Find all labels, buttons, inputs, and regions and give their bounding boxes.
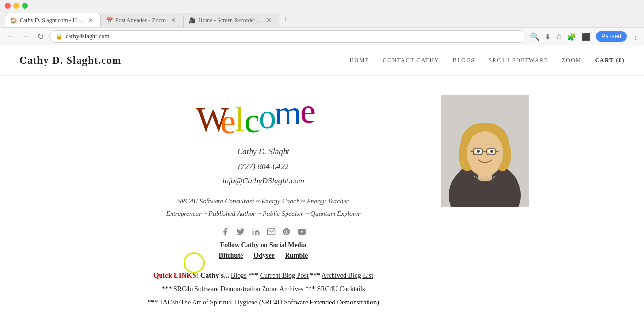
- nav-home[interactable]: HOME: [349, 57, 369, 64]
- name-text: Cathy D. Slaght: [222, 145, 304, 159]
- current-blog-link[interactable]: Current Blog Post: [260, 272, 309, 279]
- svg-point-20: [477, 150, 480, 153]
- download-icon[interactable]: ⬇: [544, 32, 551, 41]
- social-label: Follow Cathy on Social Media: [220, 241, 307, 249]
- lock-icon: 🔒: [56, 33, 63, 40]
- bitchute-link[interactable]: Bitchute: [219, 252, 243, 259]
- extended-demo: (SRC4U Software Extended Demonstration): [259, 299, 379, 306]
- menu-icon[interactable]: ⋮: [632, 32, 639, 41]
- tab-cathy-home[interactable]: 🏠 Cathy D. Slaght.com - Home ✕: [5, 13, 101, 27]
- rumble-link[interactable]: Rumble: [285, 252, 308, 259]
- tab-title-2: Post Attendee - Zoom: [115, 17, 166, 24]
- address-bar[interactable]: 🔒 cathydslaght.com: [49, 30, 526, 43]
- welcome-image: .wtext { font-family: 'Brush Script MT',…: [194, 90, 333, 145]
- social-icons: [221, 227, 306, 238]
- tab-recorder[interactable]: 🎥 Home - Screen Recorder & Vi... ✕: [184, 13, 279, 27]
- svg-text:c: c: [244, 101, 260, 140]
- window-controls: [5, 3, 28, 9]
- address-bar-row: ← → ↻ 🔒 cathydslaght.com 🔍 ⬇ ☆ 🧩 ⬛ Pause…: [0, 27, 644, 45]
- linkedin-icon[interactable]: [252, 227, 260, 238]
- new-tab-button[interactable]: +: [279, 11, 292, 27]
- quick-links-line1: Quick LINKS: Cathy's... Blogs *** Curren…: [148, 268, 379, 282]
- profile-button[interactable]: Paused: [596, 31, 627, 42]
- tab-title-1: Cathy D. Slaght.com - Home: [20, 17, 83, 24]
- pinterest-icon[interactable]: [282, 227, 291, 238]
- nav-cart[interactable]: CART (0): [595, 57, 625, 64]
- tagline: SRC4U Software Consultant ~ Energy Coach…: [166, 195, 360, 221]
- main-content: .wtext { font-family: 'Brush Script MT',…: [0, 76, 644, 315]
- facebook-icon[interactable]: [221, 227, 230, 238]
- tagline1: SRC4U Software Consultant ~ Energy Coach…: [166, 195, 360, 208]
- sep-cocktails: ***: [305, 285, 317, 292]
- blogs-link[interactable]: Blogs: [231, 272, 247, 279]
- phone-text: (727) 804-0422: [222, 159, 304, 174]
- email-icon[interactable]: [267, 227, 276, 238]
- profile-icon[interactable]: ⬛: [581, 32, 591, 41]
- center-section: .wtext { font-family: 'Brush Script MT',…: [115, 90, 412, 309]
- tab-favicon-3: 🎥: [189, 17, 196, 24]
- forward-button[interactable]: →: [20, 31, 32, 42]
- taosh-link[interactable]: TAOsh/The Art of Spiritual Hygiene: [159, 299, 257, 306]
- svg-text:e: e: [300, 92, 316, 130]
- site-logo[interactable]: Cathy D. Slaght.com: [19, 54, 121, 67]
- tab-favicon-2: 📅: [106, 17, 113, 24]
- quick-label: Quick LINKS:: [153, 271, 199, 279]
- bookmark-icon[interactable]: ☆: [555, 32, 562, 41]
- tab-close-1[interactable]: ✕: [88, 16, 93, 24]
- svg-text:m: m: [275, 94, 301, 132]
- search-icon[interactable]: 🔍: [530, 32, 540, 41]
- website: Cathy D. Slaght.com HOME CONTACT CATHY B…: [0, 45, 644, 315]
- tab-close-2[interactable]: ✕: [171, 16, 176, 24]
- profile-photo: [441, 95, 529, 207]
- refresh-button[interactable]: ↻: [35, 31, 46, 42]
- extensions-icon[interactable]: 🧩: [567, 32, 576, 41]
- nav-blogs[interactable]: BLOGS: [453, 57, 475, 64]
- cocktails-link[interactable]: SRC4U Cocktails: [317, 285, 365, 292]
- tab-title-3: Home - Screen Recorder & Vi...: [198, 17, 262, 24]
- quick-links-line2: *** SRC4u Software Demonstration Zoom Ar…: [148, 282, 379, 296]
- svg-point-21: [490, 150, 493, 153]
- maximize-button[interactable]: [22, 3, 28, 9]
- zoom-archives-link[interactable]: SRC4u Software Demonstration Zoom Archiv…: [173, 285, 303, 292]
- svg-point-17: [467, 131, 503, 175]
- quick-cathy: Cathy's...: [200, 271, 229, 279]
- twitter-icon[interactable]: [236, 227, 245, 238]
- nav-zoom[interactable]: ZOOM: [562, 57, 581, 64]
- video-links: Bitchute – Odysee – Rumble: [219, 252, 308, 259]
- archived-blog-link[interactable]: Archived Blog List: [322, 272, 373, 279]
- minimize-button[interactable]: [13, 3, 19, 9]
- sep-taosh: ***: [148, 299, 159, 306]
- profile-photo-container: [441, 90, 529, 309]
- address-text: cathydslaght.com: [66, 33, 109, 40]
- sep2: –: [278, 252, 283, 259]
- browser-icons: 🔍 ⬇ ☆ 🧩 ⬛ Paused ⋮: [530, 31, 639, 42]
- contact-info: Cathy D. Slaght (727) 804-0422 info@Cath…: [222, 145, 304, 189]
- svg-text:e: e: [220, 102, 236, 141]
- quick-links: Quick LINKS: Cathy's... Blogs *** Curren…: [143, 268, 384, 309]
- sep1: –: [247, 252, 252, 259]
- tab-favicon-1: 🏠: [10, 17, 17, 24]
- nav-software[interactable]: SRC4U SOFTWARE: [489, 57, 549, 64]
- tagline2: Entrepreneur ~ Published Author ~ Public…: [166, 208, 360, 221]
- tab-zoom[interactable]: 📅 Post Attendee - Zoom ✕: [101, 13, 184, 27]
- close-button[interactable]: [5, 3, 11, 9]
- tabs-bar: 🏠 Cathy D. Slaght.com - Home ✕ 📅 Post At…: [0, 11, 644, 27]
- tab-close-3[interactable]: ✕: [266, 16, 272, 24]
- nav-contact[interactable]: CONTACT CATHY: [383, 57, 439, 64]
- sep-cbp: ***: [310, 272, 322, 279]
- nav-links: HOME CONTACT CATHY BLOGS SRC4U SOFTWARE …: [349, 57, 625, 64]
- quick-links-line3: *** TAOsh/The Art of Spiritual Hygiene (…: [148, 296, 379, 309]
- site-nav: Cathy D. Slaght.com HOME CONTACT CATHY B…: [0, 45, 644, 76]
- youtube-icon[interactable]: [298, 227, 306, 238]
- odysee-link[interactable]: Odysee: [253, 252, 275, 259]
- sep-src4u1: ***: [162, 285, 174, 292]
- back-button[interactable]: ←: [5, 31, 16, 42]
- svg-text:l: l: [235, 100, 244, 138]
- sep-blogs: ***: [248, 272, 260, 279]
- svg-point-7: [252, 228, 253, 229]
- email-text[interactable]: info@CathyDSlaght.com: [222, 174, 304, 189]
- svg-text:o: o: [259, 98, 276, 136]
